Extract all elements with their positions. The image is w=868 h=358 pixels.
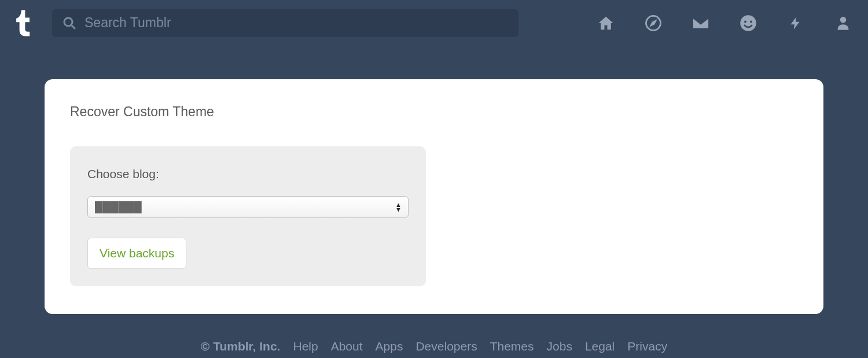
account-icon[interactable] — [833, 13, 853, 33]
tumblr-logo[interactable] — [13, 9, 35, 38]
footer-link-developers[interactable]: Developers — [415, 339, 477, 353]
svg-line-1 — [71, 25, 75, 28]
footer-link-jobs[interactable]: Jobs — [547, 339, 572, 353]
recover-panel: Choose blog: ██████ ▲▼ View backups — [70, 146, 426, 286]
footer-link-themes[interactable]: Themes — [490, 339, 534, 353]
svg-point-6 — [750, 20, 752, 23]
search-bar[interactable] — [52, 9, 518, 37]
home-icon[interactable] — [596, 13, 616, 33]
choose-blog-label: Choose blog: — [87, 167, 409, 181]
search-icon — [62, 16, 76, 30]
footer-link-legal[interactable]: Legal — [585, 339, 615, 353]
footer-link-about[interactable]: About — [331, 339, 363, 353]
topbar — [0, 0, 868, 46]
activity-icon[interactable] — [786, 13, 806, 33]
footer-link-apps[interactable]: Apps — [376, 339, 403, 353]
svg-point-5 — [744, 20, 746, 23]
inbox-icon[interactable] — [691, 13, 711, 33]
messaging-icon[interactable] — [738, 13, 758, 33]
content-card: Recover Custom Theme Choose blog: ██████… — [45, 79, 823, 314]
footer-link-help[interactable]: Help — [293, 339, 318, 353]
explore-icon[interactable] — [643, 13, 663, 33]
page-title: Recover Custom Theme — [70, 104, 798, 120]
view-backups-button[interactable]: View backups — [87, 238, 186, 269]
search-input[interactable] — [84, 15, 508, 31]
footer-link-privacy[interactable]: Privacy — [627, 339, 667, 353]
blog-select[interactable]: ██████ — [87, 196, 409, 218]
svg-point-4 — [740, 15, 756, 31]
footer-copyright: © Tumblr, Inc. — [201, 339, 281, 353]
svg-marker-3 — [651, 21, 656, 25]
nav-icons — [596, 13, 853, 33]
footer: © Tumblr, Inc. Help About Apps Developer… — [0, 339, 868, 353]
blog-select-wrap[interactable]: ██████ ▲▼ — [87, 196, 409, 218]
svg-point-7 — [840, 16, 847, 23]
